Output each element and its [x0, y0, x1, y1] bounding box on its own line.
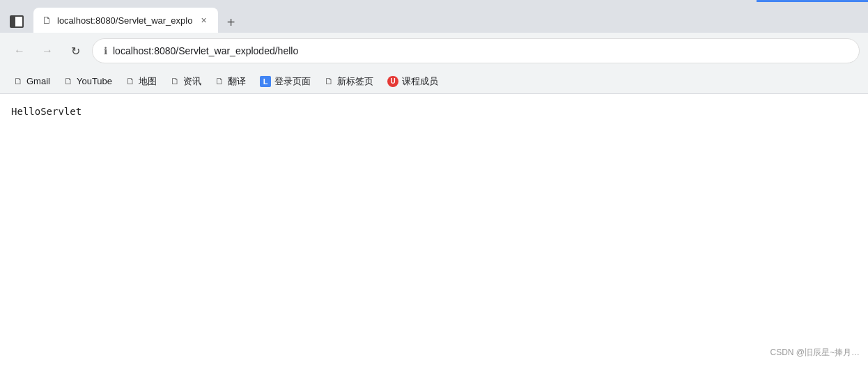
bookmark-gmail-label: Gmail	[26, 76, 50, 86]
bookmark-course-label: 课程成员	[402, 75, 438, 88]
watermark: CSDN @旧辰星~捧月…	[770, 347, 860, 359]
sidebar-toggle-button[interactable]	[6, 10, 28, 33]
bookmark-page-icon: 🗋	[171, 76, 180, 86]
tab-page-icon: 🗋	[42, 15, 52, 26]
bookmark-translate[interactable]: 🗋 翻译	[210, 72, 251, 91]
bookmark-maps[interactable]: 🗋 地图	[121, 72, 162, 91]
bookmark-page-icon: 🗋	[14, 76, 23, 86]
info-icon: ℹ	[104, 45, 107, 56]
bookmark-gmail[interactable]: 🗋 Gmail	[8, 73, 56, 89]
browser-window: 🗋 localhost:8080/Servlet_war_explo × + ←…	[0, 0, 868, 367]
address-bar[interactable]: ℹ localhost:8080/Servlet_war_exploded/he…	[92, 38, 860, 63]
tab-bar: 🗋 localhost:8080/Servlet_war_explo × +	[0, 2, 868, 33]
bookmark-login-label: 登录页面	[274, 75, 311, 88]
bookmark-page-icon: 🗋	[126, 76, 135, 86]
refresh-button[interactable]: ↻	[64, 40, 86, 62]
bookmark-u-icon: U	[387, 76, 398, 87]
bookmark-l-icon: L	[260, 76, 271, 87]
tab-close-button[interactable]: ×	[198, 13, 209, 27]
url-text: localhost:8080/Servlet_war_exploded/hell…	[113, 45, 848, 56]
bookmark-course[interactable]: U 课程成员	[382, 72, 444, 91]
bookmark-page-icon: 🗋	[215, 76, 224, 86]
bookmark-page-icon: 🗋	[325, 76, 334, 86]
back-button[interactable]: ←	[8, 40, 31, 62]
bookmark-login[interactable]: L 登录页面	[254, 72, 316, 91]
bookmark-newtab[interactable]: 🗋 新标签页	[319, 72, 379, 91]
bookmark-news-label: 资讯	[183, 75, 201, 88]
new-tab-button[interactable]: +	[221, 12, 242, 33]
bookmark-youtube[interactable]: 🗋 YouTube	[59, 73, 118, 89]
forward-button[interactable]: →	[36, 40, 59, 62]
sidebar-icon	[10, 15, 24, 28]
tab-title: localhost:8080/Servlet_war_explo	[57, 15, 192, 26]
bookmark-youtube-label: YouTube	[77, 76, 112, 86]
bookmark-translate-label: 翻译	[228, 75, 246, 88]
bookmark-news[interactable]: 🗋 资讯	[165, 72, 207, 91]
active-tab[interactable]: 🗋 localhost:8080/Servlet_war_explo ×	[33, 8, 218, 33]
page-body-text: HelloServlet	[11, 106, 82, 117]
bookmark-newtab-label: 新标签页	[337, 75, 373, 88]
sidebar-button-area	[0, 10, 33, 33]
address-bar-row: ← → ↻ ℹ localhost:8080/Servlet_war_explo…	[0, 33, 868, 69]
bookmark-maps-label: 地图	[139, 75, 157, 88]
bookmarks-bar: 🗋 Gmail 🗋 YouTube 🗋 地图 🗋 资讯 🗋 翻译 L 登录页面 …	[0, 69, 868, 94]
page-content: HelloServlet CSDN @旧辰星~捧月…	[0, 94, 868, 367]
page-loading-bar	[757, 0, 868, 2]
bookmark-page-icon: 🗋	[64, 76, 73, 86]
